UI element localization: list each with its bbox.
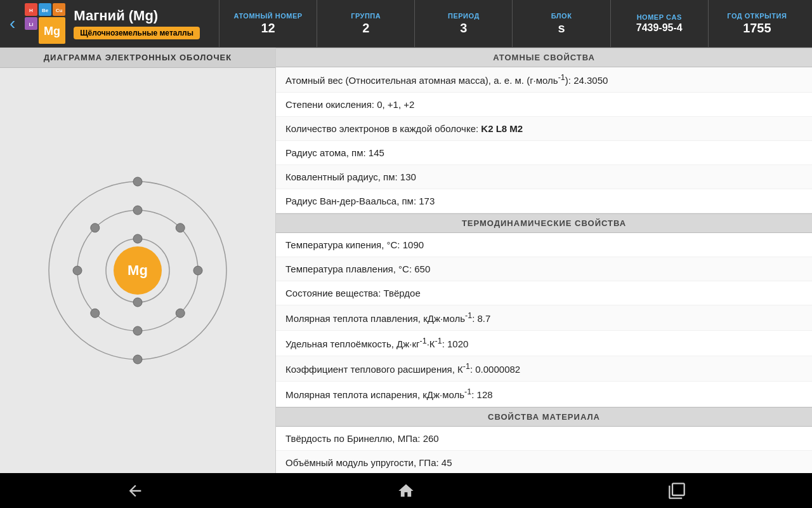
stat-period: ПЕРИОД 3 xyxy=(415,0,513,47)
svg-point-18 xyxy=(176,309,185,318)
stat-period-label: ПЕРИОД xyxy=(448,12,480,20)
svg-point-23 xyxy=(133,206,142,215)
stat-year-value: 1755 xyxy=(743,21,771,36)
header: ‹ H Be Cu Li Mg Магний (Mg) Щёлочноземел… xyxy=(0,0,812,48)
svg-text:Li: Li xyxy=(29,22,34,27)
stat-block: БЛОК s xyxy=(513,0,610,47)
stat-atomic-number-label: АТОМНЫЙ НОМЕР xyxy=(233,12,302,20)
svg-point-16 xyxy=(133,298,142,307)
electron-shell-diagram: Mg xyxy=(36,169,239,372)
svg-text:Cu: Cu xyxy=(56,8,63,13)
electron-diagram: Mg xyxy=(0,68,275,473)
svg-point-26 xyxy=(133,355,142,364)
stat-group-value: 2 xyxy=(362,21,369,36)
right-panel[interactable]: АТОМНЫЕ СВОЙСТВА Атомный вес (Относитель… xyxy=(276,48,812,473)
property-heat-vaporization: Молярная теплота испарения, кДж·моль-1: … xyxy=(276,382,812,407)
property-covalent-radius: Ковалентный радиус, пм: 130 xyxy=(276,165,812,189)
diagram-section-header: ДИАГРАММА ЭЛЕКТРОННЫХ ОБОЛОЧЕК xyxy=(0,48,275,68)
svg-text:Be: Be xyxy=(42,8,49,13)
element-category-badge: Щёлочноземельные металлы xyxy=(74,27,200,39)
stat-block-value: s xyxy=(558,21,565,36)
nav-bar xyxy=(0,473,812,508)
stat-cas-label: НОМЕР CAS xyxy=(637,13,682,21)
svg-point-24 xyxy=(176,224,185,232)
stat-atomic-number: АТОМНЫЙ НОМЕР 12 xyxy=(219,0,317,47)
stat-group-label: ГРУППА xyxy=(351,12,381,20)
svg-point-20 xyxy=(91,309,100,318)
nav-back-button[interactable] xyxy=(116,478,154,504)
nav-home-button[interactable] xyxy=(387,478,425,504)
element-stats: АТОМНЫЙ НОМЕР 12 ГРУППА 2 ПЕРИОД 3 БЛОК … xyxy=(219,0,806,47)
left-panel: ДИАГРАММА ЭЛЕКТРОННЫХ ОБОЛОЧЕК Mg xyxy=(0,48,276,473)
svg-point-25 xyxy=(133,177,142,186)
stat-cas: НОМЕР CAS 7439-95-4 xyxy=(611,0,709,47)
svg-point-15 xyxy=(133,234,142,243)
svg-text:Mg: Mg xyxy=(44,25,60,37)
main-content: ДИАГРАММА ЭЛЕКТРОННЫХ ОБОЛОЧЕК Mg xyxy=(0,48,812,473)
svg-text:H: H xyxy=(29,8,33,13)
back-button[interactable]: ‹ xyxy=(6,10,18,37)
svg-point-19 xyxy=(133,326,142,335)
stat-cas-value: 7439-95-4 xyxy=(636,22,683,34)
property-specific-heat: Удельная теплоёмкость, Дж·кг-1·К-1: 1020 xyxy=(276,331,812,356)
thermo-properties-header: ТЕРМОДИНАМИЧЕСКИЕ СВОЙСТВА xyxy=(276,213,812,233)
element-icon: H Be Cu Li Mg xyxy=(25,3,66,44)
stat-year: ГОД ОТКРЫТИЯ 1755 xyxy=(709,0,806,47)
property-boiling-point: Температура кипения, °С: 1090 xyxy=(276,233,812,257)
property-atomic-radius: Радиус атома, пм: 145 xyxy=(276,141,812,165)
nav-recents-button[interactable] xyxy=(658,478,696,504)
svg-point-17 xyxy=(193,266,202,275)
property-bulk-modulus: Объёмный модуль упругости, ГПа: 45 xyxy=(276,451,812,473)
property-vdw-radius: Радиус Ван-дер-Ваальса, пм: 173 xyxy=(276,189,812,213)
property-melting-point: Температура плавления, °С: 650 xyxy=(276,257,812,281)
element-title-block: Магний (Mg) Щёлочноземельные металлы xyxy=(74,8,200,39)
material-properties-header: СВОЙСТВА МАТЕРИАЛА xyxy=(276,407,812,427)
property-thermal-expansion: Коэффициент теплового расширения, К-1: 0… xyxy=(276,356,812,382)
property-electrons-shells: Количество электронов в каждой оболочке:… xyxy=(276,117,812,141)
stat-year-label: ГОД ОТКРЫТИЯ xyxy=(727,12,787,20)
element-name: Магний (Mg) xyxy=(74,8,200,24)
stat-group: ГРУППА 2 xyxy=(317,0,415,47)
property-oxidation-states: Степени окисления: 0, +1, +2 xyxy=(276,93,812,117)
stat-block-label: БЛОК xyxy=(551,12,572,20)
property-state: Состояние вещества: Твёрдое xyxy=(276,281,812,305)
property-heat-fusion: Молярная теплота плавления, кДж·моль-1: … xyxy=(276,305,812,331)
atomic-properties-header: АТОМНЫЕ СВОЙСТВА xyxy=(276,48,812,67)
property-atomic-weight: Атомный вес (Относительная атомная масса… xyxy=(276,67,812,93)
property-brinell-hardness: Твёрдость по Бринеллю, МПа: 260 xyxy=(276,427,812,451)
svg-point-22 xyxy=(91,224,100,232)
stat-atomic-number-value: 12 xyxy=(261,21,275,36)
svg-text:Mg: Mg xyxy=(128,262,148,278)
svg-point-21 xyxy=(73,266,82,275)
stat-period-value: 3 xyxy=(460,21,467,36)
